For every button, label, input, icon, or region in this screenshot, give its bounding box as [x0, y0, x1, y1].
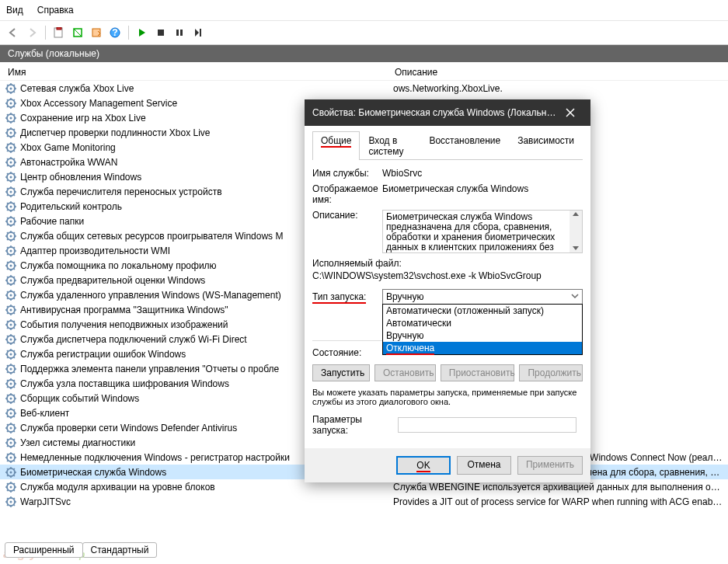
params-input[interactable] [398, 417, 576, 433]
svg-rect-6 [158, 30, 164, 36]
gear-icon [5, 230, 17, 242]
column-name[interactable]: Имя [8, 67, 395, 78]
svg-rect-8 [180, 30, 183, 36]
gear-icon [5, 141, 17, 154]
service-name: Сетевая служба Xbox Live [20, 83, 393, 94]
forward-icon[interactable] [23, 24, 40, 41]
menubar: Вид Справка [0, 0, 728, 21]
close-icon[interactable] [558, 104, 583, 121]
service-desc: ows.Networking.XboxLive. [393, 83, 723, 94]
tab-deps[interactable]: Зависимости [509, 131, 583, 160]
svg-point-23 [10, 176, 12, 178]
gear-icon [5, 259, 17, 272]
startup-dropdown: Автоматически (отложенный запуск) Автома… [382, 304, 583, 355]
gear-icon [5, 437, 17, 449]
service-row[interactable]: WarpJITSvcProvides a JIT out of process … [0, 494, 728, 509]
svg-point-63 [10, 471, 12, 473]
service-row[interactable]: Сетевая служба Xbox Liveows.Networking.X… [0, 81, 728, 96]
restart-icon[interactable] [190, 24, 207, 41]
service-name: Служба модуля архивации на уровне блоков [20, 482, 393, 493]
option-manual[interactable]: Вручную [383, 329, 582, 342]
start-button[interactable]: Запустить [312, 364, 370, 381]
gear-icon [5, 112, 17, 124]
export-icon[interactable] [88, 24, 105, 41]
startup-type-select[interactable]: Вручную Автоматически (отложенный запуск… [382, 289, 583, 305]
label-startup: Тип запуска: [312, 291, 382, 302]
svg-point-65 [10, 486, 12, 488]
gear-icon [5, 333, 17, 346]
gear-icon [5, 186, 17, 198]
option-auto-delayed[interactable]: Автоматически (отложенный запуск) [383, 305, 582, 317]
svg-point-67 [10, 500, 12, 503]
ok-button[interactable]: OK [396, 456, 451, 475]
resume-button: Продолжить [519, 364, 583, 381]
service-name: WarpJITSvc [20, 496, 393, 507]
svg-point-37 [10, 279, 12, 281]
svg-point-43 [10, 323, 12, 326]
menu-view[interactable]: Вид [6, 5, 23, 16]
svg-point-33 [10, 249, 12, 252]
svg-point-25 [10, 190, 12, 193]
option-auto[interactable]: Автоматически [383, 317, 582, 329]
help-icon[interactable]: ? [106, 24, 124, 41]
svg-point-47 [10, 353, 12, 355]
service-desc: Служба WBENGINE используется архивацией … [393, 482, 723, 493]
tab-standard[interactable]: Стандартный [82, 542, 158, 558]
gear-icon [5, 274, 17, 287]
scroll-down-icon[interactable] [572, 245, 580, 252]
svg-point-39 [10, 294, 12, 296]
pause-icon[interactable] [171, 24, 188, 41]
column-desc[interactable]: Описание [395, 67, 720, 78]
value-exe: C:\WINDOWS\system32\svchost.exe -k WbioS… [312, 270, 583, 281]
apply-button: Применить [517, 456, 583, 475]
gear-icon [5, 422, 17, 434]
svg-point-55 [10, 412, 12, 414]
value-display-name: Биометрическая служба Windows [382, 183, 583, 205]
gear-icon [5, 319, 17, 331]
gear-icon [5, 97, 17, 110]
tab-logon[interactable]: Вход в систему [360, 131, 420, 160]
gear-icon [5, 304, 17, 316]
svg-point-21 [10, 161, 12, 163]
menu-help[interactable]: Справка [37, 5, 74, 16]
cancel-button[interactable]: Отмена [457, 456, 511, 475]
tab-recovery[interactable]: Восстановление [420, 131, 509, 160]
properties-dialog: Свойства: Биометрическая служба Windows … [305, 99, 590, 482]
svg-point-53 [10, 397, 12, 399]
scrollbar[interactable] [570, 211, 582, 252]
gear-icon [5, 289, 17, 301]
scroll-up-icon[interactable] [572, 211, 580, 218]
description-box[interactable]: Биометрическая служба Windows предназнач… [382, 210, 583, 253]
svg-point-35 [10, 264, 12, 266]
gear-icon [5, 127, 17, 139]
label-display-name: Отображаемое имя: [312, 183, 382, 205]
option-disabled[interactable]: Отключена [383, 342, 582, 354]
label-exe: Исполняемый файл: [312, 258, 583, 269]
svg-point-57 [10, 426, 12, 429]
gear-icon [5, 378, 17, 390]
svg-point-19 [10, 146, 12, 148]
stop-icon[interactable] [152, 24, 169, 41]
label-service-name: Имя службы: [312, 168, 382, 179]
svg-rect-1 [57, 27, 61, 30]
svg-point-17 [10, 131, 12, 134]
section-header: Службы (локальные) [0, 45, 728, 62]
gear-icon [5, 348, 17, 360]
properties-icon[interactable] [51, 24, 68, 41]
tab-extended[interactable]: Расширенный [5, 542, 83, 558]
svg-point-27 [10, 205, 12, 207]
back-icon[interactable] [5, 24, 22, 41]
gear-icon [5, 466, 17, 479]
gear-icon [5, 215, 17, 228]
svg-point-13 [10, 102, 12, 104]
chevron-down-icon [571, 292, 579, 300]
refresh-icon[interactable] [69, 24, 86, 41]
stop-button: Остановить [374, 364, 436, 381]
gear-icon [5, 200, 17, 213]
gear-icon [5, 156, 17, 169]
label-params: Параметры запуска: [312, 414, 398, 436]
tab-general[interactable]: Общие [312, 131, 360, 160]
play-icon[interactable] [134, 24, 151, 41]
pause-button: Приостановить [441, 364, 515, 381]
svg-point-31 [10, 235, 12, 237]
